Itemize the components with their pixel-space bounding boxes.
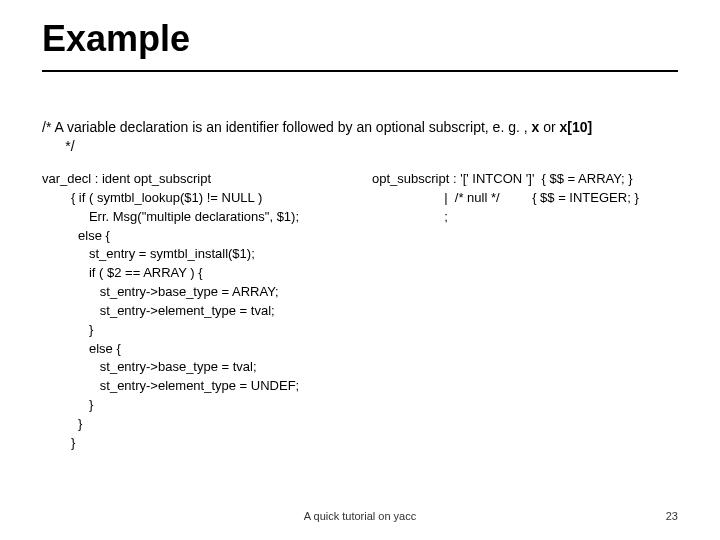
comment-bold-x10: x[10] — [560, 119, 593, 135]
page-number: 23 — [666, 510, 678, 522]
footer-title: A quick tutorial on yacc — [0, 510, 720, 522]
comment-prefix: /* A variable declaration is an identifi… — [42, 119, 532, 135]
slide-title: Example — [42, 18, 190, 60]
comment-close: */ — [65, 138, 74, 154]
intro-comment: /* A variable declaration is an identifi… — [42, 118, 682, 156]
code-left: var_decl : ident opt_subscript { if ( sy… — [42, 170, 352, 453]
comment-mid: or — [539, 119, 559, 135]
code-right: opt_subscript : '[' INTCON ']' { $$ = AR… — [372, 170, 682, 453]
code-columns: var_decl : ident opt_subscript { if ( sy… — [42, 170, 682, 453]
title-rule — [42, 70, 678, 72]
